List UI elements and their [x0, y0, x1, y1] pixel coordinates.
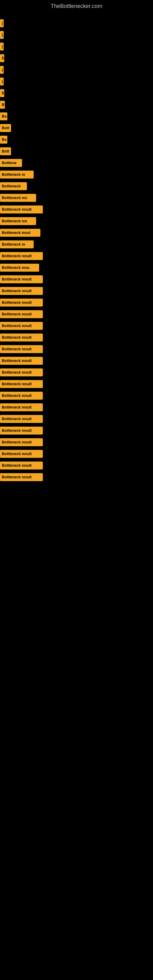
bar-row: Bottleneck re [0, 240, 153, 249]
bar-row: | [0, 42, 153, 51]
bar-row: Bott [0, 147, 153, 156]
bar-row: Bottleneck re [0, 170, 153, 179]
bar-label: Bottleneck result [0, 403, 43, 411]
bar-row: | [0, 65, 153, 75]
bar-row: Bottleneck result [0, 379, 153, 389]
bar-row: Bottleneck result [0, 251, 153, 261]
bar-label: | [0, 43, 4, 51]
bar-row: Bo [0, 112, 153, 121]
bar-row: Bottleneck result [0, 426, 153, 435]
bar-label: Bottleneck result [0, 392, 43, 400]
bar-row: Bottleneck result [0, 321, 153, 331]
bar-label: Bottleneck result [0, 357, 43, 365]
bar-row: B [0, 100, 153, 109]
bar-row: Bottleneck res [0, 193, 153, 202]
bar-label: Bottleneck result [0, 205, 43, 213]
bar-label: | [0, 19, 4, 27]
bar-label: Bottleneck result [0, 299, 43, 307]
bar-row: Bottleneck result [0, 286, 153, 296]
bar-row: Bottleneck result [0, 333, 153, 342]
bar-row: Bottleneck result [0, 310, 153, 319]
bar-label: | [0, 31, 4, 39]
bar-label: Bo [0, 136, 7, 144]
bar-row: Bottleneck result [0, 461, 153, 470]
bar-label: Bottleneck [0, 182, 27, 190]
bar-label: Bottleneck resu [0, 264, 39, 272]
bar-row: Bottlene [0, 158, 153, 167]
bar-label: Bott [0, 124, 11, 132]
bar-label: Bottleneck result [0, 426, 43, 434]
bar-row: E [0, 89, 153, 98]
bar-label: E [0, 54, 4, 62]
bar-label: Bottleneck result [0, 415, 43, 423]
bar-label: Bottlene [0, 159, 22, 167]
bar-row: Bottleneck result [0, 345, 153, 354]
bar-row: | [0, 19, 153, 28]
bar-label: Bottleneck result [0, 438, 43, 446]
bar-label: Bottleneck result [0, 461, 43, 469]
bar-row: Bott [0, 123, 153, 133]
bar-row: Bottleneck result [0, 205, 153, 214]
bar-row: Bottleneck result [0, 449, 153, 458]
bar-row: Bottleneck result [0, 438, 153, 447]
bar-row: Bottleneck resu [0, 263, 153, 272]
bar-label: Bo [0, 112, 7, 120]
bar-label: Bottleneck re [0, 240, 33, 248]
bar-row: | [0, 77, 153, 86]
bar-label: Bottleneck result [0, 380, 43, 388]
bar-label: Bottleneck result [0, 322, 43, 330]
bar-row: Bottleneck result [0, 414, 153, 423]
bar-label: | [0, 78, 4, 86]
bar-label: Bottleneck result [0, 275, 43, 283]
bar-row: Bottleneck result [0, 298, 153, 307]
bar-label: Bottleneck result [0, 450, 43, 458]
bar-label: | [0, 66, 4, 74]
bar-label: B [0, 101, 5, 109]
site-title: TheBottlenecker.com [0, 0, 153, 16]
bar-row: E [0, 54, 153, 63]
bar-row: Bottleneck resul [0, 228, 153, 237]
bar-row: Bottleneck result [0, 403, 153, 412]
bar-row: Bottleneck result [0, 473, 153, 482]
bar-label: Bottleneck result [0, 310, 43, 318]
bar-label: Bottleneck result [0, 345, 43, 353]
bar-label: Bottleneck res [0, 217, 36, 225]
bar-row: Bo [0, 135, 153, 144]
bar-label: E [0, 89, 4, 97]
bars-container: |||E||EBBoBottBoBottBottleneBottleneck r… [0, 16, 153, 487]
bar-label: Bottleneck resul [0, 229, 40, 237]
bar-row: Bottleneck result [0, 275, 153, 284]
bar-row: Bottleneck result [0, 356, 153, 365]
bar-row: Bottleneck result [0, 391, 153, 400]
bar-row: Bottleneck [0, 181, 153, 191]
bar-label: Bottleneck result [0, 368, 43, 376]
bar-label: Bottleneck result [0, 473, 43, 481]
bar-label: Bottleneck result [0, 334, 43, 342]
bar-row: Bottleneck res [0, 216, 153, 226]
bar-label: Bottleneck result [0, 252, 43, 260]
bar-row: | [0, 30, 153, 40]
bar-label: Bottleneck res [0, 194, 36, 202]
bar-label: Bott [0, 147, 11, 155]
bar-row: Bottleneck result [0, 368, 153, 377]
bar-label: Bottleneck result [0, 287, 43, 295]
bar-label: Bottleneck re [0, 170, 33, 178]
